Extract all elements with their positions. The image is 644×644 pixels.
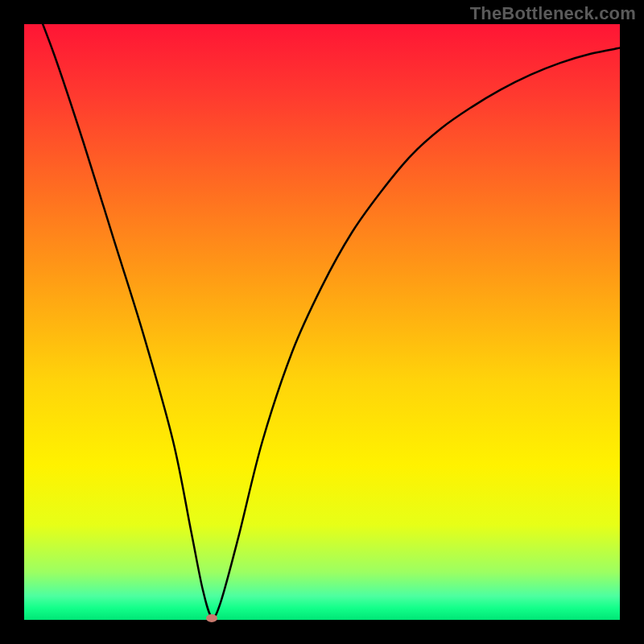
bottleneck-curve <box>24 24 620 617</box>
optimum-marker <box>206 614 217 622</box>
curve-layer <box>24 24 620 620</box>
plot-area <box>24 24 620 620</box>
watermark-label: TheBottleneck.com <box>470 3 636 24</box>
chart-frame: TheBottleneck.com <box>0 0 644 644</box>
